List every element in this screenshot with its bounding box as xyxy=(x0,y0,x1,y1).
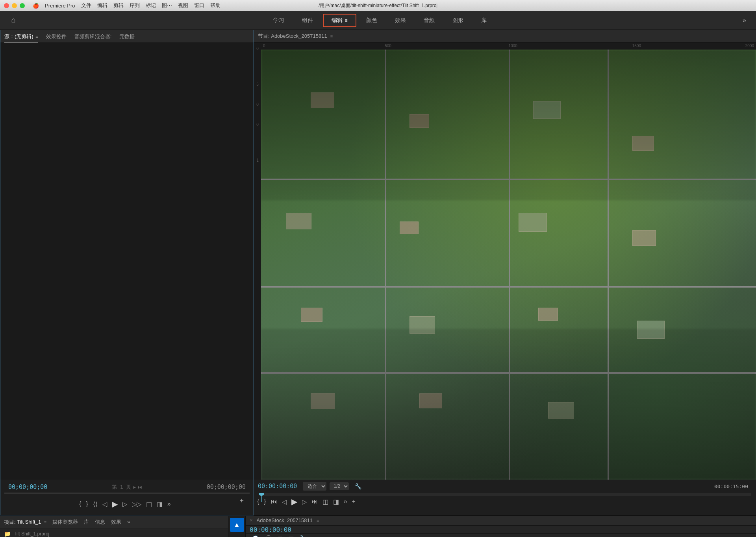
program-rewind-btn[interactable]: ⏮ xyxy=(271,498,277,505)
timeline-tab-title[interactable]: AdobeStock_205715811 xyxy=(257,517,313,523)
maximize-button[interactable] xyxy=(20,3,25,8)
top-nav-bar: ⌂ 学习 组件 编辑 ≡ 颜色 效果 音频 图形 库 » xyxy=(0,11,756,30)
main-area: 源：(无剪辑) ≡ 效果控件 音频剪辑混合器: 元数据 00;00;00;00 … xyxy=(0,30,756,515)
source-panel: 源：(无剪辑) ≡ 效果控件 音频剪辑混合器: 元数据 00;00;00;00 … xyxy=(0,30,254,515)
program-step-back-btn[interactable]: ◁ xyxy=(282,498,287,506)
source-step-fwd-btn[interactable]: ▷ xyxy=(122,500,127,508)
source-controls: 00;00;00;00 第 1 页 ▶ ⏭ 00;00;00;00 { } ⟨⟨… xyxy=(0,480,254,515)
timeline-menu-icon[interactable]: ≡ xyxy=(317,518,319,523)
program-in-point-btn[interactable]: { xyxy=(257,498,259,505)
source-mark-in-btn[interactable]: ◫ xyxy=(146,500,152,508)
resolution-dropdown[interactable]: 1/2 xyxy=(330,482,349,490)
menu-bar: 🍎 Premiere Pro 文件 编辑 剪辑 序列 标记 图⋯ 视图 窗口 帮… xyxy=(33,2,220,9)
source-add-clip-btn[interactable]: + xyxy=(239,497,244,505)
source-mark-out-btn[interactable]: ◨ xyxy=(157,500,163,508)
tool-select[interactable]: ▲ xyxy=(230,518,244,532)
fit-dropdown[interactable]: 适合 xyxy=(303,482,326,491)
apple-menu[interactable]: 🍎 xyxy=(33,3,39,9)
timeline-close-btn[interactable]: × xyxy=(250,517,253,523)
close-button[interactable] xyxy=(4,3,9,8)
project-panel: 项目: Tilt Shift_1 ≡ 媒体浏览器 库 信息 效果 » 📁 Til… xyxy=(0,516,228,537)
source-play-btn[interactable]: ▶ xyxy=(112,499,118,509)
program-fwd-btn[interactable]: ⏭ xyxy=(311,498,318,505)
source-timecode-in: 00;00;00;00 xyxy=(8,483,47,491)
menu-edit[interactable]: 编辑 xyxy=(97,2,107,9)
project-folder-name: Tilt Shift_1.prproj xyxy=(14,531,49,537)
menu-window[interactable]: 窗口 xyxy=(194,2,204,9)
menu-clip[interactable]: 剪辑 xyxy=(113,2,124,9)
source-in-point-btn[interactable]: { xyxy=(79,500,81,507)
source-tab-effects[interactable]: 效果控件 xyxy=(46,31,67,42)
tab-color[interactable]: 颜色 xyxy=(358,15,385,26)
timeline-tool-ripple[interactable]: 🌊 xyxy=(252,535,259,537)
tab-audio[interactable]: 音频 xyxy=(416,15,443,26)
project-tab-menu-icon[interactable]: ≡ xyxy=(44,520,46,524)
menu-graphics[interactable]: 图⋯ xyxy=(162,2,172,9)
page-arrow-fwd[interactable]: ▶ xyxy=(133,485,136,490)
project-path: 📁 Tilt Shift_1.prproj xyxy=(0,528,228,537)
project-folder-icon: 📁 xyxy=(4,531,11,537)
menu-file[interactable]: 文件 xyxy=(81,2,91,9)
program-out-point-btn[interactable]: } xyxy=(264,498,266,505)
program-step-fwd-btn[interactable]: ▷ xyxy=(302,498,307,506)
project-tab-project[interactable]: 项目: Tilt Shift_1 ≡ xyxy=(4,519,46,526)
program-play-btn[interactable]: ▶ xyxy=(291,497,297,506)
program-mark-out-btn[interactable]: ◨ xyxy=(333,498,339,506)
program-transport: { } ⏮ ◁ ▶ ▷ ⏭ ◫ ◨ » + xyxy=(255,497,755,506)
tool-track-select[interactable]: ⊞ xyxy=(230,533,244,537)
tab-edit[interactable]: 编辑 ≡ xyxy=(323,14,356,27)
source-tab-metadata[interactable]: 元数据 xyxy=(119,31,135,42)
source-out-point-btn[interactable]: } xyxy=(86,500,88,507)
window-controls[interactable] xyxy=(4,3,25,8)
timeline-tool-link[interactable]: ⊞ xyxy=(278,535,283,537)
tab-study[interactable]: 学习 xyxy=(265,15,292,26)
program-mark-in-btn[interactable]: ◫ xyxy=(322,498,328,506)
ruler-top-area: 0 500 1000 1500 2000 xyxy=(261,42,756,480)
tab-effects[interactable]: 效果 xyxy=(387,15,414,26)
timeline-tool-settings[interactable]: 🔧 xyxy=(299,535,307,537)
project-tab-effects[interactable]: 效果 xyxy=(111,519,121,526)
home-button[interactable]: ⌂ xyxy=(6,13,21,28)
project-tab-media-browser[interactable]: 媒体浏览器 xyxy=(52,519,78,526)
tab-graphics[interactable]: 图形 xyxy=(445,15,471,26)
menu-view[interactable]: 视图 xyxy=(178,2,188,9)
project-tab-info[interactable]: 信息 xyxy=(95,519,105,526)
source-fwd-btn[interactable]: ▷▷ xyxy=(132,500,141,508)
page-arrow-end[interactable]: ⏭ xyxy=(138,485,142,490)
program-add-btn[interactable]: + xyxy=(352,498,356,505)
program-playhead-bar[interactable] xyxy=(259,493,751,496)
timeline-tool-snap[interactable]: ⌒ xyxy=(265,535,272,537)
ruler-mark-2000: 2000 xyxy=(745,44,754,48)
minimize-button[interactable] xyxy=(12,3,17,8)
menu-help[interactable]: 帮助 xyxy=(210,2,220,9)
title-bar: 🍎 Premiere Pro 文件 编辑 剪辑 序列 标记 图⋯ 视图 窗口 帮… xyxy=(0,0,756,11)
source-tab-menu-icon[interactable]: ≡ xyxy=(35,34,38,39)
source-tab-audio-mixer[interactable]: 音频剪辑混合器: xyxy=(74,31,112,42)
more-workspaces[interactable]: » xyxy=(739,17,750,24)
project-tab-library[interactable]: 库 xyxy=(84,519,89,526)
program-playhead xyxy=(259,493,264,496)
timeline-tool-markers[interactable]: ▽ xyxy=(289,535,293,537)
source-rewind-btn[interactable]: ⟨⟨ xyxy=(93,500,98,508)
program-panel-title: 节目: AdobeStock_205715811 xyxy=(258,33,327,40)
menu-marker[interactable]: 标记 xyxy=(146,2,156,9)
project-tab-more[interactable]: » xyxy=(127,519,130,525)
source-more-btn[interactable]: » xyxy=(167,500,171,507)
timeline-toolbar: 🌊 ⌒ ⊞ ▽ 🔧 xyxy=(246,534,756,537)
program-panel-menu-icon[interactable]: ≡ xyxy=(330,34,333,39)
app-name[interactable]: Premiere Pro xyxy=(45,3,75,9)
timeline-timecode: 00:00:00:00 xyxy=(250,526,291,533)
edit-tab-menu-icon: ≡ xyxy=(345,18,348,23)
program-timecode-row: 00:00:00:00 适合 1/2 🔧 00:00:15:00 xyxy=(254,480,756,493)
menu-sequence[interactable]: 序列 xyxy=(130,2,140,9)
source-tab-source[interactable]: 源：(无剪辑) ≡ xyxy=(4,31,38,42)
tab-components[interactable]: 组件 xyxy=(294,15,321,26)
source-step-back-btn[interactable]: ◁ xyxy=(102,500,107,508)
program-timecode-out: 00:00:15:00 xyxy=(714,483,752,489)
workspace-tabs: 学习 组件 编辑 ≡ 颜色 效果 音频 图形 库 xyxy=(23,14,737,27)
tab-library[interactable]: 库 xyxy=(473,15,495,26)
program-settings-icon[interactable]: 🔧 xyxy=(355,483,361,489)
source-page-indicator: 第 1 页 ▶ ⏭ xyxy=(112,483,142,491)
program-preview-area: 0 5 0 0 1 0 500 1000 1500 2000 xyxy=(254,42,756,480)
program-more-btn[interactable]: » xyxy=(344,498,347,505)
